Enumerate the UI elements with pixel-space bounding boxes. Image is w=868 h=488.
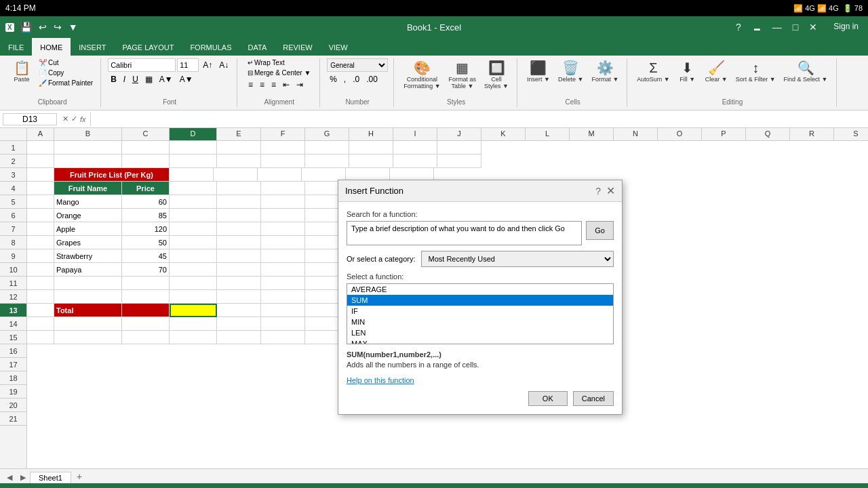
paste-button[interactable]: 📋 Paste [9, 58, 34, 84]
cell-a13[interactable] [27, 304, 54, 317]
cell-c6-orange-price[interactable]: 85 [122, 209, 170, 222]
tab-formulas[interactable]: FORMULAS [182, 38, 239, 56]
cell-d11[interactable] [170, 277, 217, 290]
cell-i2[interactable] [393, 155, 437, 168]
col-header-g[interactable]: G [305, 128, 349, 140]
col-header-d[interactable]: D [170, 128, 217, 140]
undo-button[interactable]: ↩ [37, 20, 49, 34]
col-header-c[interactable]: C [122, 128, 170, 140]
align-right-button[interactable]: ≡ [269, 79, 279, 91]
ok-button[interactable]: OK [528, 391, 568, 406]
cell-f12[interactable] [261, 290, 305, 304]
col-header-f[interactable]: F [261, 128, 305, 140]
cell-h1[interactable] [349, 141, 393, 155]
cell-a3[interactable] [27, 168, 54, 182]
indent-increase-button[interactable]: ⇥ [294, 79, 306, 91]
row-num-3[interactable]: 3 [0, 168, 26, 182]
cell-c11[interactable] [122, 277, 170, 290]
fn-item-average[interactable]: AVERAGE [347, 284, 613, 295]
customize-button[interactable]: ▼ [66, 20, 80, 34]
col-header-k[interactable]: K [481, 128, 526, 140]
cell-b4-header[interactable]: Fruit Name [54, 182, 122, 195]
save-button[interactable]: 💾 [18, 20, 34, 34]
tab-file[interactable]: FILE [0, 38, 32, 56]
cell-c5-mango-price[interactable]: 60 [122, 195, 170, 209]
col-header-a[interactable]: A [27, 128, 54, 140]
row-num-15[interactable]: 15 [0, 331, 26, 344]
cell-f15[interactable] [261, 331, 305, 344]
cell-c9-strawberry-price[interactable]: 45 [122, 249, 170, 263]
function-list[interactable]: AVERAGE SUM IF MIN LEN MAX HYPERLINK [347, 283, 614, 344]
cell-d9[interactable] [170, 249, 217, 263]
cell-b12[interactable] [54, 290, 122, 304]
cell-a5[interactable] [27, 195, 54, 209]
cell-a8[interactable] [27, 236, 54, 249]
cell-g2[interactable] [305, 155, 349, 168]
maximize-button[interactable]: □ [789, 22, 802, 33]
decrease-decimal-button[interactable]: .00 [363, 73, 380, 85]
cell-e11[interactable] [217, 277, 261, 290]
find-select-button[interactable]: 🔍 Find & Select ▼ [781, 58, 831, 84]
border-button[interactable]: ▦ [142, 73, 155, 85]
row-num-10[interactable]: 10 [0, 263, 26, 277]
cell-c15[interactable] [122, 331, 170, 344]
row-num-14[interactable]: 14 [0, 317, 26, 331]
cell-d10[interactable] [170, 263, 217, 277]
cell-d15[interactable] [170, 331, 217, 344]
cell-g3[interactable] [258, 168, 302, 182]
cell-g1[interactable] [305, 141, 349, 155]
cell-e13[interactable] [217, 304, 261, 317]
cell-h2[interactable] [349, 155, 393, 168]
fn-item-min[interactable]: MIN [347, 317, 613, 327]
tab-review[interactable]: REVIEW [275, 38, 320, 56]
col-header-n[interactable]: N [614, 128, 658, 140]
dialog-help-icon[interactable]: ? [595, 186, 601, 197]
sort-filter-button[interactable]: ↕ Sort & Filter ▼ [733, 58, 778, 84]
cell-styles-button[interactable]: 🔲 CellStyles ▼ [481, 58, 511, 91]
col-header-j[interactable]: J [437, 128, 481, 140]
cell-f7[interactable] [261, 222, 305, 236]
cell-f2[interactable] [261, 155, 305, 168]
cell-c8-grapes-price[interactable]: 50 [122, 236, 170, 249]
indent-decrease-button[interactable]: ⇤ [280, 79, 292, 91]
row-num-13[interactable]: 13 [0, 304, 26, 317]
cell-e8[interactable] [217, 236, 261, 249]
col-header-l[interactable]: L [526, 128, 570, 140]
fill-color-button[interactable]: A▼ [157, 73, 176, 85]
fn-item-if[interactable]: IF [347, 306, 613, 317]
format-as-table-button[interactable]: ▦ Format asTable ▼ [446, 58, 479, 91]
comma-button[interactable]: , [341, 73, 349, 85]
copy-button[interactable]: 📄 Copy [37, 68, 95, 77]
font-color-button[interactable]: A▼ [177, 73, 196, 85]
cell-e7[interactable] [217, 222, 261, 236]
cell-f11[interactable] [261, 277, 305, 290]
bold-button[interactable]: B [108, 73, 119, 85]
row-num-6[interactable]: 6 [0, 209, 26, 222]
cell-d8[interactable] [170, 236, 217, 249]
close-button[interactable]: ✕ [805, 22, 821, 33]
cell-i1[interactable] [393, 141, 437, 155]
cell-f3[interactable] [214, 168, 258, 182]
insert-function-button[interactable]: fx [80, 115, 86, 123]
cell-e6[interactable] [217, 209, 261, 222]
row-num-7[interactable]: 7 [0, 222, 26, 236]
col-header-p[interactable]: P [702, 128, 746, 140]
cell-b6-orange[interactable]: Orange [54, 209, 122, 222]
help-button[interactable]: ? [732, 22, 745, 33]
row-num-5[interactable]: 5 [0, 195, 26, 209]
cell-d14[interactable] [170, 317, 217, 331]
underline-button[interactable]: U [130, 73, 141, 85]
cell-b10-papaya[interactable]: Papaya [54, 263, 122, 277]
cell-c1[interactable] [122, 141, 170, 155]
col-header-s[interactable]: S [834, 128, 868, 140]
row-num-12[interactable]: 12 [0, 290, 26, 304]
cell-a14[interactable] [27, 317, 54, 331]
cell-f1[interactable] [261, 141, 305, 155]
fn-item-sum[interactable]: SUM [347, 295, 613, 306]
minimize-button[interactable]: — [768, 22, 786, 33]
row-num-2[interactable]: 2 [0, 155, 26, 168]
conditional-formatting-button[interactable]: 🎨 ConditionalFormatting ▼ [401, 58, 443, 91]
cell-d4[interactable] [170, 182, 217, 195]
cut-button[interactable]: ✂️ Cut [37, 58, 95, 67]
cell-j2[interactable] [437, 155, 481, 168]
